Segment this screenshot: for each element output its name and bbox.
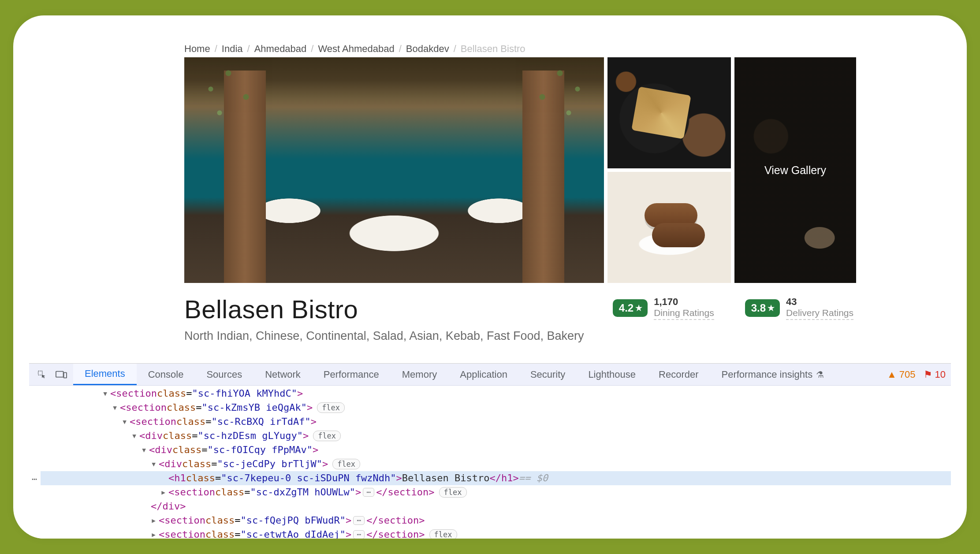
breadcrumb-sep: /	[311, 43, 313, 55]
dom-node-selected[interactable]: <h1 class="sc-7kepeu-0 sc-iSDuPN fwzNdh"…	[41, 471, 951, 485]
tab-sources[interactable]: Sources	[195, 364, 253, 385]
rating-count: 43	[786, 296, 853, 308]
breadcrumb-link-bodakdev[interactable]: Bodakdev	[406, 43, 449, 55]
rating-badge-dining: 4.2 ★	[613, 299, 648, 317]
delivery-rating[interactable]: 3.8 ★ 43 Delivery Ratings	[745, 296, 853, 320]
tab-security[interactable]: Security	[519, 364, 577, 385]
warning-icon: ▲	[887, 369, 897, 380]
dom-node[interactable]: <section class="sc-kZmsYB ieQgAk">flex	[41, 401, 951, 415]
restaurant-name: Bellasen Bistro	[184, 294, 358, 324]
rating-label: Delivery Ratings	[786, 308, 853, 320]
tab-console[interactable]: Console	[137, 364, 195, 385]
devtools-status-right: ▲ 705 ⚑ 10	[887, 369, 946, 380]
warnings-number: 705	[899, 369, 916, 380]
ellipsis-icon[interactable]: ⋯	[353, 530, 365, 539]
breadcrumb-sep: /	[454, 43, 456, 55]
flex-pill[interactable]: flex	[332, 459, 360, 469]
warnings-count[interactable]: ▲ 705	[887, 369, 916, 380]
flex-pill[interactable]: flex	[439, 487, 467, 498]
svg-rect-1	[56, 371, 63, 377]
dom-node[interactable]: <section class="sc-etwtAo dIdAej">⋯</sec…	[41, 528, 951, 539]
breadcrumb-sep: /	[399, 43, 402, 55]
breadcrumb-link-home[interactable]: Home	[184, 43, 210, 55]
flask-icon: ⚗	[816, 369, 824, 380]
rating-badge-delivery: 3.8 ★	[745, 299, 780, 317]
errors-number: 10	[935, 369, 946, 380]
breadcrumb-sep: /	[247, 43, 250, 55]
tab-network[interactable]: Network	[253, 364, 312, 385]
tab-elements[interactable]: Elements	[73, 364, 137, 385]
ellipsis-icon[interactable]: ⋯	[363, 488, 374, 497]
toggle-device-toolbar-icon[interactable]	[54, 367, 69, 382]
devtools-tabbar: Elements Console Sources Network Perform…	[29, 364, 951, 386]
rating-score: 4.2	[619, 302, 633, 314]
dining-rating[interactable]: 4.2 ★ 1,170 Dining Ratings	[613, 296, 714, 320]
gallery-photo-3[interactable]	[607, 172, 731, 283]
errors-count[interactable]: ⚑ 10	[924, 369, 946, 380]
breadcrumb-link-ahmedabad[interactable]: Ahmedabad	[254, 43, 307, 55]
elements-tree[interactable]: ⋯ <section class="sc-fhiYOA kMYhdC"> <se…	[29, 386, 951, 539]
food-image	[631, 86, 691, 139]
rating-meta: 43 Delivery Ratings	[786, 296, 853, 320]
ratings-container: 4.2 ★ 1,170 Dining Ratings 3.8 ★ 43 Deli…	[613, 294, 853, 320]
tab-label: Performance insights	[722, 369, 813, 380]
tab-performance-insights[interactable]: Performance insights ⚗	[710, 364, 836, 385]
gallery-photo-main[interactable]	[184, 57, 604, 283]
gallery-view-all[interactable]: View Gallery	[734, 57, 856, 283]
rating-count: 1,170	[654, 296, 714, 308]
breadcrumb: Home / India / Ahmedabad / West Ahmedaba…	[184, 43, 525, 55]
inspect-element-icon[interactable]	[34, 367, 49, 382]
view-gallery-label: View Gallery	[764, 164, 826, 177]
flex-pill[interactable]: flex	[317, 402, 345, 413]
title-row: Bellasen Bistro 4.2 ★ 1,170 Dining Ratin…	[184, 294, 853, 324]
rating-score: 3.8	[751, 302, 766, 314]
tab-application[interactable]: Application	[448, 364, 519, 385]
gutter-marker-icon: ⋯	[32, 472, 37, 486]
breadcrumb-link-india[interactable]: India	[222, 43, 243, 55]
decor	[184, 57, 272, 137]
cuisines-list: North Indian, Chinese, Continental, Sala…	[184, 329, 584, 343]
flex-pill[interactable]: flex	[429, 529, 457, 539]
dom-node[interactable]: </div>	[41, 499, 951, 513]
photo-gallery: View Gallery	[184, 57, 853, 283]
dom-node[interactable]: <div class="sc-jeCdPy brTljW">flex	[41, 457, 951, 471]
breadcrumb-current: Bellasen Bistro	[461, 43, 525, 55]
food-image	[652, 223, 705, 247]
content-card: Home / India / Ahmedabad / West Ahmedaba…	[13, 15, 967, 539]
breadcrumb-sep: /	[215, 43, 217, 55]
dom-node[interactable]: <div class="sc-hzDEsm gLYugy">flex	[41, 429, 951, 443]
error-icon: ⚑	[924, 369, 932, 380]
dom-node[interactable]: <div class="sc-fOICqy fPpMAv">	[41, 443, 951, 457]
tab-memory[interactable]: Memory	[391, 364, 448, 385]
svg-rect-2	[64, 372, 67, 378]
gallery-photo-2[interactable]	[607, 57, 731, 168]
tab-performance[interactable]: Performance	[312, 364, 391, 385]
dom-node[interactable]: <section class="sc-RcBXQ irTdAf">	[41, 415, 951, 429]
dom-node[interactable]: <section class="sc-dxZgTM hOUWLw">⋯</sec…	[41, 485, 951, 499]
star-icon: ★	[768, 303, 775, 313]
rating-label: Dining Ratings	[654, 308, 714, 320]
flex-pill[interactable]: flex	[313, 431, 341, 441]
ellipsis-icon[interactable]: ⋯	[353, 516, 365, 525]
decor	[516, 57, 604, 137]
star-icon: ★	[635, 303, 642, 313]
svg-rect-0	[38, 371, 42, 375]
breadcrumb-link-west-ahmedabad[interactable]: West Ahmedabad	[318, 43, 394, 55]
tab-lighthouse[interactable]: Lighthouse	[577, 364, 647, 385]
tab-recorder[interactable]: Recorder	[647, 364, 710, 385]
rating-meta: 1,170 Dining Ratings	[654, 296, 714, 320]
devtools-panel: Elements Console Sources Network Perform…	[29, 363, 951, 539]
dom-node[interactable]: <section class="sc-fQejPQ bFWudR">⋯</sec…	[41, 513, 951, 528]
dom-node[interactable]: <section class="sc-fhiYOA kMYhdC">	[41, 387, 951, 401]
